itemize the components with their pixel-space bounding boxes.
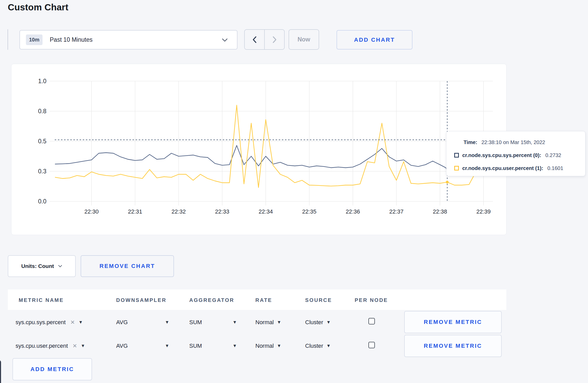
aggregator-select[interactable]: SUM bbox=[189, 342, 202, 350]
caret-down-icon[interactable]: ▼ bbox=[233, 342, 237, 350]
series-swatch-sys-icon bbox=[454, 153, 459, 158]
col-header-rate: RATE bbox=[255, 297, 272, 303]
svg-text:0.8: 0.8 bbox=[38, 108, 46, 115]
tooltip-series-value: 0.2732 bbox=[545, 152, 561, 158]
metric-name-select[interactable]: sys.cpu.user.percent ✕ ▼ bbox=[16, 342, 85, 350]
time-window-select[interactable]: 10m Past 10 Minutes bbox=[19, 30, 237, 49]
caret-down-icon: ▼ bbox=[79, 318, 83, 326]
source-select[interactable]: Cluster ▼ bbox=[305, 342, 331, 350]
tooltip-series-label: cr.node.sys.cpu.sys.percent (0): bbox=[462, 152, 541, 158]
step-forward-button[interactable] bbox=[265, 30, 284, 49]
units-select[interactable]: Units: Count bbox=[8, 255, 76, 277]
svg-text:22:36: 22:36 bbox=[346, 208, 360, 215]
step-back-button[interactable] bbox=[245, 30, 264, 49]
col-header-per-node: PER NODE bbox=[355, 297, 388, 303]
page-title: Custom Chart bbox=[8, 2, 68, 12]
clear-metric-icon[interactable]: ✕ bbox=[73, 342, 77, 350]
remove-metric-button[interactable]: REMOVE METRIC bbox=[404, 311, 502, 333]
clear-metric-icon[interactable]: ✕ bbox=[70, 318, 75, 326]
add-metric-button[interactable]: ADD METRIC bbox=[12, 358, 92, 380]
series-swatch-user-icon bbox=[454, 166, 459, 171]
per-node-checkbox[interactable] bbox=[368, 342, 375, 348]
col-header-aggregator: AGGREGATOR bbox=[189, 297, 234, 303]
svg-text:22:30: 22:30 bbox=[84, 208, 99, 215]
caret-down-icon: ▼ bbox=[277, 318, 281, 326]
downsampler-select[interactable]: AVG bbox=[116, 342, 128, 350]
time-window-badge: 10m bbox=[26, 34, 43, 45]
rate-select[interactable]: Normal ▼ bbox=[255, 318, 281, 326]
per-node-checkbox[interactable] bbox=[368, 318, 375, 324]
tooltip-time-value: 22:38:10 on Mar 15th, 2022 bbox=[481, 139, 545, 145]
caret-down-icon[interactable]: ▼ bbox=[165, 342, 169, 350]
caret-down-icon: ▼ bbox=[81, 342, 85, 350]
caret-down-icon[interactable]: ▼ bbox=[165, 318, 169, 326]
now-button[interactable]: Now bbox=[289, 29, 319, 50]
remove-chart-button[interactable]: REMOVE CHART bbox=[81, 255, 174, 277]
add-chart-button[interactable]: ADD CHART bbox=[337, 30, 412, 49]
time-window-label: Past 10 Minutes bbox=[50, 36, 93, 43]
custom-chart-page: Custom Chart 10m Past 10 Minutes Now ADD… bbox=[0, 0, 588, 383]
chart-card[interactable]: 0.00.30.50.81.022:3022:3122:3222:3322:34… bbox=[11, 64, 507, 235]
remove-metric-button[interactable]: REMOVE METRIC bbox=[404, 335, 502, 357]
metric-name-select[interactable]: sys.cpu.sys.percent ✕ ▼ bbox=[16, 318, 83, 326]
chevron-left-icon bbox=[253, 37, 256, 42]
tooltip-series-value: 0.1601 bbox=[547, 165, 563, 171]
chevron-right-icon bbox=[273, 37, 276, 42]
col-header-metric-name: METRIC NAME bbox=[19, 297, 64, 303]
source-select[interactable]: Cluster ▼ bbox=[305, 318, 331, 326]
timeseries-chart: 0.00.30.50.81.022:3022:3122:3222:3322:34… bbox=[11, 64, 507, 235]
col-header-downsampler: DOWNSAMPLER bbox=[116, 297, 166, 303]
toolbar-separator bbox=[8, 29, 8, 50]
svg-text:0.5: 0.5 bbox=[38, 138, 46, 145]
col-header-source: SOURCE bbox=[305, 297, 332, 303]
svg-text:22:39: 22:39 bbox=[476, 208, 491, 215]
svg-text:22:32: 22:32 bbox=[171, 208, 186, 215]
svg-text:22:38: 22:38 bbox=[433, 208, 447, 215]
tooltip-series-label: cr.node.sys.cpu.user.percent (1): bbox=[462, 165, 543, 171]
page-corner-element bbox=[0, 360, 1, 383]
downsampler-select[interactable]: AVG bbox=[116, 318, 128, 326]
svg-text:22:34: 22:34 bbox=[258, 208, 273, 215]
svg-text:0.0: 0.0 bbox=[38, 198, 46, 205]
caret-down-icon: ▼ bbox=[326, 318, 331, 326]
time-step-buttons bbox=[244, 29, 285, 50]
svg-text:22:31: 22:31 bbox=[128, 208, 142, 215]
units-label: Units: Count bbox=[21, 263, 54, 269]
caret-down-icon[interactable]: ▼ bbox=[233, 318, 237, 326]
svg-text:22:35: 22:35 bbox=[302, 208, 316, 215]
chevron-down-icon bbox=[222, 38, 228, 43]
svg-text:22:33: 22:33 bbox=[215, 208, 229, 215]
caret-down-icon: ▼ bbox=[326, 342, 331, 350]
svg-text:0.3: 0.3 bbox=[38, 168, 46, 175]
caret-down-icon: ▼ bbox=[277, 342, 281, 350]
aggregator-select[interactable]: SUM bbox=[189, 318, 202, 326]
chart-tooltip: Time: 22:38:10 on Mar 15th, 2022 cr.node… bbox=[446, 131, 585, 176]
tooltip-time-label: Time: bbox=[464, 139, 477, 145]
svg-text:1.0: 1.0 bbox=[38, 78, 46, 84]
chevron-down-icon bbox=[58, 265, 62, 268]
svg-text:22:37: 22:37 bbox=[389, 208, 403, 215]
rate-select[interactable]: Normal ▼ bbox=[255, 342, 281, 350]
